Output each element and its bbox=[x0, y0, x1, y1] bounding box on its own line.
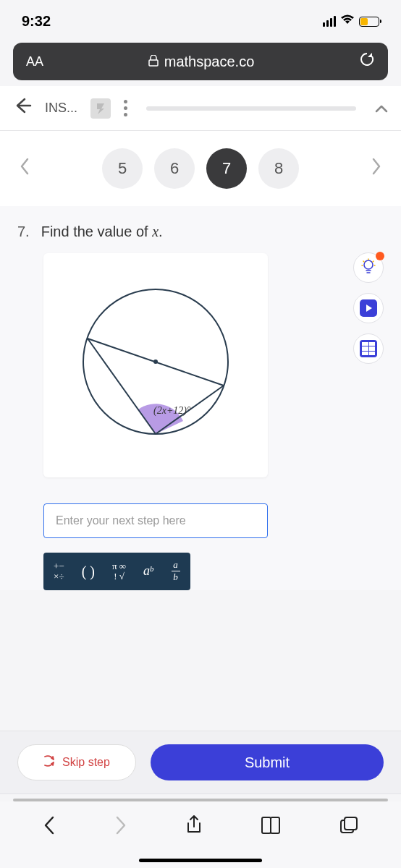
svg-line-2 bbox=[88, 339, 156, 434]
wifi-icon bbox=[340, 14, 355, 29]
battery-icon bbox=[359, 17, 379, 27]
breadcrumb[interactable]: INS... bbox=[45, 101, 77, 116]
tabs-button[interactable] bbox=[339, 815, 359, 841]
main-content: 7. Find the value of x. (2x+12)° Enter y… bbox=[0, 206, 401, 590]
question-nav-5[interactable]: 5 bbox=[102, 148, 143, 189]
toolbar-exponent[interactable]: ab bbox=[143, 564, 154, 579]
share-button[interactable] bbox=[185, 814, 203, 841]
diagram-card: (2x+12)° bbox=[43, 253, 268, 477]
video-button[interactable] bbox=[353, 293, 384, 323]
bulb-icon bbox=[361, 258, 376, 278]
math-toolbar: +− ×÷ ( ) π ∞ ! √ ab a b bbox=[43, 553, 190, 590]
chevron-up-icon[interactable] bbox=[375, 100, 388, 116]
worksheet-button[interactable] bbox=[353, 333, 384, 364]
hint-button[interactable] bbox=[353, 252, 384, 283]
signal-icon bbox=[323, 16, 336, 27]
question-nav-8[interactable]: 8 bbox=[258, 148, 299, 189]
svg-line-4 bbox=[88, 339, 224, 386]
question-nav-6[interactable]: 6 bbox=[154, 148, 195, 189]
question-prompt: Find the value of x. bbox=[41, 224, 163, 240]
skip-step-button[interactable]: Skip step bbox=[17, 744, 136, 780]
submit-button[interactable]: Submit bbox=[151, 744, 384, 780]
browser-forward-button[interactable] bbox=[114, 814, 128, 841]
url-display[interactable]: mathspace.co bbox=[43, 54, 359, 70]
app-nav-bar: INS... bbox=[0, 86, 401, 131]
action-bar: Skip step Submit bbox=[0, 731, 401, 794]
progress-bar bbox=[146, 106, 356, 111]
home-indicator[interactable] bbox=[139, 859, 262, 862]
svg-rect-7 bbox=[345, 817, 357, 830]
lock-icon bbox=[148, 54, 159, 70]
circle-diagram bbox=[62, 271, 250, 459]
more-menu-icon[interactable] bbox=[124, 100, 127, 116]
table-icon bbox=[360, 340, 377, 357]
toolbar-fraction[interactable]: a b bbox=[172, 560, 180, 583]
question-number-label: 7. bbox=[17, 224, 30, 240]
question-nav-7[interactable]: 7 bbox=[206, 148, 247, 189]
answer-input[interactable]: Enter your next step here bbox=[43, 503, 268, 538]
hint-badge bbox=[376, 252, 384, 260]
question-number-list: 5 6 7 8 bbox=[102, 148, 299, 189]
reload-icon[interactable] bbox=[359, 51, 375, 72]
status-bar: 9:32 bbox=[0, 0, 401, 37]
play-icon bbox=[360, 299, 377, 317]
toolbar-constants[interactable]: π ∞ ! √ bbox=[112, 561, 126, 582]
prev-question-button[interactable] bbox=[13, 157, 36, 181]
text-size-button[interactable]: AA bbox=[26, 54, 43, 69]
question-nav: 5 6 7 8 bbox=[0, 131, 401, 206]
url-text: mathspace.co bbox=[164, 54, 255, 70]
question-header: 7. Find the value of x. bbox=[17, 224, 345, 240]
back-button[interactable] bbox=[13, 96, 32, 120]
skip-icon bbox=[43, 755, 56, 770]
angle-label: (2x+12)° bbox=[153, 405, 191, 417]
toolbar-operators[interactable]: +− ×÷ bbox=[54, 561, 64, 582]
toolbar-parentheses[interactable]: ( ) bbox=[82, 563, 95, 579]
status-time: 9:32 bbox=[22, 13, 51, 30]
side-buttons bbox=[353, 224, 384, 590]
bookmarks-button[interactable] bbox=[260, 816, 282, 840]
next-question-button[interactable] bbox=[365, 157, 388, 181]
address-bar[interactable]: AA mathspace.co bbox=[13, 43, 388, 80]
browser-back-button[interactable] bbox=[42, 814, 56, 841]
svg-point-5 bbox=[364, 260, 373, 269]
streak-icon[interactable] bbox=[90, 98, 111, 119]
status-indicators bbox=[323, 14, 379, 29]
